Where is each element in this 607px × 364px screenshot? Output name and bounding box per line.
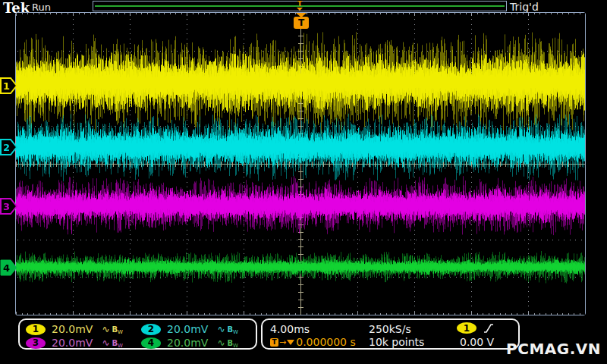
watermark: PCMAG.VN (506, 340, 601, 358)
channel-2-coupling-bandwidth-icon: ∿BW (217, 324, 238, 334)
channel-3-readout[interactable]: 3 20.0mV ∿BW (26, 336, 123, 350)
channel-3-coupling-bandwidth-icon: ∿BW (102, 337, 123, 348)
sample-rate-readout: 250kS/s (369, 323, 411, 335)
record-length-readout: 10k points (369, 336, 424, 348)
delay-readout[interactable]: T→ 0.000000 s (270, 336, 356, 348)
trigger-source-readout[interactable]: 1 (457, 322, 495, 334)
oscilloscope-screen: Tek Run Trig'd T T 1 2 3 4 1 20.0mV ∿BW … (0, 0, 607, 364)
channel-2-readout[interactable]: 2 20.0mV ∿BW (141, 322, 238, 336)
trigger-status: Trig'd (510, 1, 539, 13)
svg-text:3: 3 (3, 201, 10, 212)
channel-4-readout[interactable]: 4 20.0mV ∿BW (141, 336, 238, 350)
channel-4-badge: 4 (141, 337, 161, 349)
trigger-t-icon: T (294, 17, 309, 29)
channel-2-marker[interactable]: 2 (0, 139, 18, 155)
svg-text:1: 1 (3, 80, 10, 92)
channel-1-badge: 1 (26, 324, 46, 335)
timebase-readout[interactable]: 4.00ms (270, 323, 310, 335)
channel-2-badge: 2 (141, 324, 161, 335)
channel-4-marker[interactable]: 4 (0, 259, 18, 276)
channel-1-scale: 20.0mV (52, 323, 93, 335)
svg-text:4: 4 (3, 262, 10, 274)
trigger-delay-icon: T→ (270, 337, 294, 347)
record-view-trigger-icon[interactable]: T (297, 1, 303, 11)
trigger-source-badge: 1 (457, 322, 476, 334)
channel-4-scale: 20.0mV (167, 337, 208, 349)
trigger-slope-rising-icon (483, 323, 495, 334)
trigger-level-readout[interactable]: 0.00 V (460, 336, 494, 348)
waveform-display (16, 13, 585, 315)
record-view-bar[interactable]: T (93, 1, 507, 11)
horizontal-trigger-box: 4.00ms 250kS/s 1 T→ 0.000000 s 10k point… (261, 318, 520, 350)
channel-3-scale: 20.0mV (52, 337, 93, 349)
acquisition-status: Run (32, 2, 51, 13)
channel-3-marker[interactable]: 3 (0, 198, 18, 215)
channel-4-coupling-bandwidth-icon: ∿BW (217, 337, 238, 348)
channel-3-badge: 3 (26, 337, 46, 349)
channel-1-readout[interactable]: 1 20.0mV ∿BW (26, 322, 123, 336)
channel-2-scale: 20.0mV (167, 323, 208, 335)
svg-text:2: 2 (3, 142, 10, 153)
channel-readout-box: 1 20.0mV ∿BW 2 20.0mV ∿BW 3 20.0mV ∿BW 4… (18, 318, 257, 350)
trigger-position-marker[interactable]: T (294, 13, 309, 29)
channel-1-coupling-bandwidth-icon: ∿BW (102, 324, 123, 334)
channel-1-marker[interactable]: 1 (0, 77, 18, 94)
